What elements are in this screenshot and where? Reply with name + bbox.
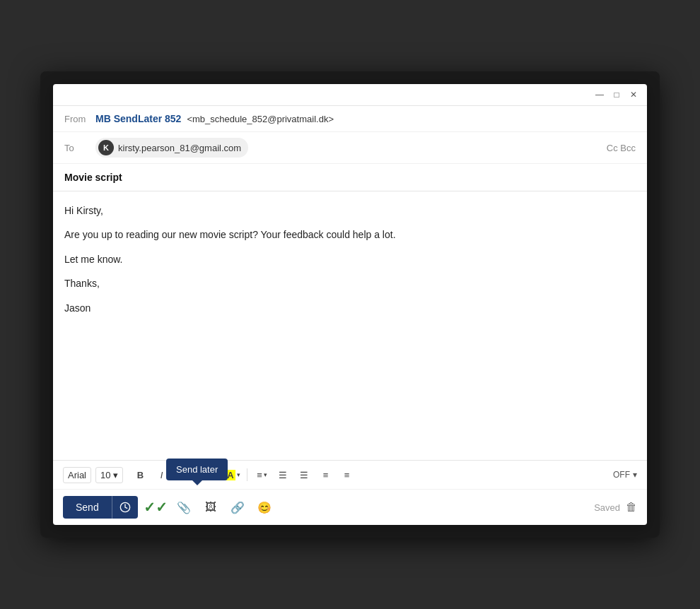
greeting: Hi Kirsty, (64, 203, 636, 218)
from-row: From MB SendLater 852 <mb_schedule_852@p… (53, 106, 647, 132)
ordered-list-button[interactable]: ☰ (273, 465, 293, 485)
send-toolbar: Send later Send ✓✓ 📎 � (53, 490, 647, 525)
font-size-selector[interactable]: 10 ▾ (95, 467, 123, 483)
body-line2: Let me know. (64, 252, 636, 267)
window-controls: — □ ✕ (595, 90, 638, 100)
closing: Thanks, (64, 276, 636, 291)
saved-status: Saved 🗑 (594, 501, 637, 514)
subject-text: Movie script (64, 172, 122, 183)
font-size-arrow-icon: ▾ (113, 470, 118, 480)
trash-icon: 🗑 (626, 501, 637, 514)
maximize-button[interactable]: □ (612, 90, 622, 100)
unordered-list-icon: ☰ (300, 470, 308, 480)
alignment-icon: ≡ (257, 470, 262, 480)
check-icon: ✓✓ (144, 499, 168, 516)
delete-button[interactable]: 🗑 (626, 501, 637, 514)
link-icon: 🔗 (231, 501, 245, 514)
bold-button[interactable]: B (130, 465, 150, 485)
body-line1: Are you up to reading our new movie scri… (64, 227, 636, 242)
formatting-toolbar: Arial 10 ▾ B I U A ▾ A ▾ (53, 461, 647, 490)
recipient-chip[interactable]: K kirsty.pearson_81@gmail.com (95, 138, 248, 158)
link-button[interactable]: 🔗 (227, 497, 248, 518)
from-label: From (64, 114, 90, 124)
send-label: Send (76, 502, 99, 513)
divider2 (247, 468, 247, 481)
title-bar: — □ ✕ (53, 84, 647, 106)
alignment-button[interactable]: ≡ ▾ (252, 465, 272, 485)
to-label: To (64, 143, 90, 153)
sender-name: MB SendLater 852 (95, 113, 181, 124)
emoji-icon: 😊 (257, 501, 272, 514)
outdent-button[interactable]: ≡ (337, 465, 356, 485)
bg-color-arrow-icon: ▾ (237, 471, 240, 478)
sender-email: <mb_schedule_852@privatmail.dk> (187, 114, 334, 124)
ordered-list-icon: ☰ (279, 470, 287, 480)
off-label: OFF (613, 470, 630, 480)
from-sender: MB SendLater 852 <mb_schedule_852@privat… (95, 113, 334, 124)
outdent-icon: ≡ (344, 470, 350, 480)
close-button[interactable]: ✕ (629, 90, 638, 100)
alignment-arrow-icon: ▾ (264, 471, 267, 478)
font-selector[interactable]: Arial (63, 467, 91, 483)
saved-text: Saved (594, 502, 620, 513)
unordered-list-button[interactable]: ☰ (294, 465, 314, 485)
minimize-button[interactable]: — (595, 90, 605, 100)
send-button[interactable]: Send (63, 496, 112, 519)
subject-row: Movie script (53, 164, 647, 191)
off-arrow-icon: ▾ (633, 470, 637, 480)
off-toggle[interactable]: OFF ▾ (613, 470, 637, 480)
image-icon: 🖼 (205, 501, 216, 514)
font-name: Arial (68, 470, 86, 480)
attach-icon: 📎 (177, 501, 191, 514)
email-compose-window: — □ ✕ From MB SendLater 852 <mb_schedule… (53, 84, 647, 525)
indent-icon: ≡ (323, 470, 329, 480)
emoji-button[interactable]: 😊 (254, 497, 275, 518)
indent-button[interactable]: ≡ (315, 465, 335, 485)
send-button-group: Send (63, 496, 138, 519)
attach-button[interactable]: 📎 (173, 497, 194, 518)
signature: Jason (64, 300, 636, 316)
send-clock-button[interactable] (112, 496, 138, 519)
recipient-email: kirsty.pearson_81@gmail.com (118, 143, 241, 153)
email-body[interactable]: Hi Kirsty, Are you up to reading our new… (53, 191, 647, 460)
font-size-value: 10 (100, 470, 110, 480)
send-later-tooltip: Send later (166, 459, 228, 480)
to-row: To K kirsty.pearson_81@gmail.com Cc Bcc (53, 132, 647, 164)
avatar: K (98, 140, 114, 155)
clock-icon (119, 502, 131, 513)
image-button[interactable]: 🖼 (200, 497, 221, 518)
check-button[interactable]: ✓✓ (144, 495, 168, 519)
cc-bcc-button[interactable]: Cc Bcc (607, 143, 636, 153)
